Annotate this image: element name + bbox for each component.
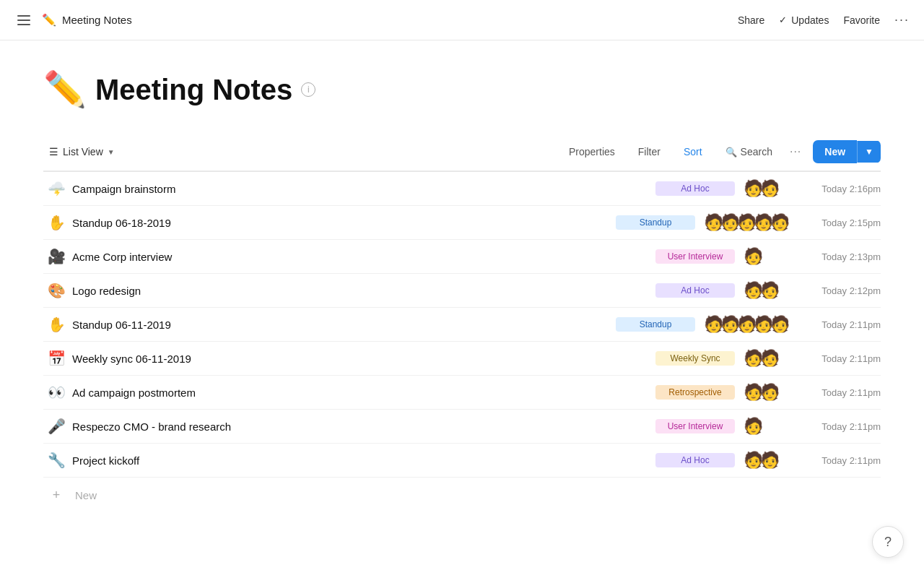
sort-button[interactable]: Sort (678, 142, 708, 161)
item-time: Today 2:15pm (801, 217, 881, 228)
topbar-emoji: ✏️ (42, 13, 56, 27)
main-content: ✏️ Meeting Notes i ☰ List View ▼ Propert… (0, 40, 924, 527)
topbar: ✏️ Meeting Notes Share ✓ Updates Favorit… (0, 0, 924, 40)
more-options-button[interactable]: ··· (894, 12, 910, 27)
item-meta: Standup 🧑 🧑 🧑 🧑 🧑 Today 2:15pm (606, 213, 881, 232)
item-emoji: 🎨 (43, 282, 69, 299)
new-button-group: New ▼ (813, 140, 881, 163)
item-title: Respeczo CMO - brand research (69, 420, 606, 433)
meeting-notes-list: 🌩️ Campaign brainstorm Ad Hoc 🧑 🧑 Today … (43, 172, 881, 513)
item-meta: Ad Hoc 🧑 🧑 Today 2:12pm (606, 281, 881, 300)
topbar-right: Share ✓ Updates Favorite ··· (738, 12, 910, 27)
item-time: Today 2:11pm (801, 387, 881, 398)
share-button[interactable]: Share (738, 14, 764, 26)
add-new-row[interactable]: + New (43, 478, 881, 513)
toolbar-left: ☰ List View ▼ (43, 142, 121, 161)
item-emoji: 🌩️ (43, 180, 69, 197)
toolbar-right: Properties Filter Sort 🔍 Search ··· New … (563, 140, 881, 163)
info-icon[interactable]: i (301, 82, 315, 97)
list-item[interactable]: 🔧 Project kickoff Ad Hoc 🧑 🧑 Today 2:11p… (43, 444, 881, 478)
search-button[interactable]: 🔍 Search (720, 142, 778, 161)
chevron-down-icon: ▼ (865, 147, 873, 157)
hamburger-menu[interactable] (14, 12, 33, 28)
item-meta: User Interview 🧑 Today 2:13pm (606, 247, 881, 266)
item-meta: User Interview 🧑 Today 2:11pm (606, 417, 881, 436)
list-view-icon: ☰ (49, 146, 58, 158)
updates-button[interactable]: ✓ Updates (779, 14, 829, 26)
item-meta: Standup 🧑 🧑 🧑 🧑 🧑 Today 2:11pm (606, 315, 881, 334)
filter-button[interactable]: Filter (632, 142, 666, 161)
list-item[interactable]: 👀 Ad campaign postmortem Retrospective 🧑… (43, 376, 881, 410)
search-icon: 🔍 (725, 147, 737, 158)
topbar-left: ✏️ Meeting Notes (14, 12, 132, 28)
item-title: Project kickoff (69, 454, 606, 467)
item-time: Today 2:11pm (801, 421, 881, 432)
item-tag: User Interview (655, 249, 735, 264)
new-button[interactable]: New (813, 140, 857, 163)
item-emoji: 🔧 (43, 452, 69, 469)
new-button-chevron[interactable]: ▼ (857, 141, 881, 163)
new-row-label: New (75, 489, 97, 501)
item-tag: Ad Hoc (655, 283, 735, 298)
item-avatars: 🧑 🧑 (746, 383, 790, 402)
item-avatars: 🧑 🧑 (746, 179, 790, 198)
item-avatars: 🧑 🧑 🧑 🧑 🧑 (707, 213, 790, 232)
toolbar-more-button[interactable]: ··· (790, 145, 801, 158)
item-time: Today 2:13pm (801, 251, 881, 262)
page-title: Meeting Notes (95, 74, 292, 106)
item-time: Today 2:12pm (801, 285, 881, 296)
item-meta: Ad Hoc 🧑 🧑 Today 2:11pm (606, 451, 881, 470)
item-avatars: 🧑 🧑 (746, 451, 790, 470)
item-meta: Retrospective 🧑 🧑 Today 2:11pm (606, 383, 881, 402)
item-emoji: 👀 (43, 384, 69, 401)
item-emoji: 📅 (43, 350, 69, 367)
item-tag: Ad Hoc (655, 453, 735, 467)
item-emoji: ✋ (43, 214, 69, 231)
item-title: Logo redesign (69, 285, 606, 297)
item-avatars: 🧑 (746, 247, 790, 266)
item-avatars: 🧑 🧑 (746, 281, 790, 300)
properties-button[interactable]: Properties (563, 142, 621, 161)
item-title: Standup 06-11-2019 (69, 319, 606, 331)
topbar-title: ✏️ Meeting Notes (42, 13, 132, 27)
item-title: Campaign brainstorm (69, 183, 606, 195)
help-button[interactable]: ? (872, 526, 904, 558)
topbar-title-text: Meeting Notes (62, 14, 132, 26)
list-item[interactable]: ✋ Standup 06-18-2019 Standup 🧑 🧑 🧑 🧑 🧑 T… (43, 206, 881, 240)
list-item[interactable]: 🎥 Acme Corp interview User Interview 🧑 T… (43, 240, 881, 274)
item-time: Today 2:11pm (801, 319, 881, 330)
list-view-button[interactable]: ☰ List View ▼ (43, 142, 121, 161)
item-emoji: 🎥 (43, 248, 69, 265)
list-view-label: List View (63, 146, 103, 158)
list-item[interactable]: 🌩️ Campaign brainstorm Ad Hoc 🧑 🧑 Today … (43, 172, 881, 206)
item-tag: Standup (616, 317, 695, 332)
item-emoji: 🎤 (43, 418, 69, 435)
item-tag: Ad Hoc (655, 181, 735, 196)
item-time: Today 2:16pm (801, 184, 881, 194)
item-tag: Weekly Sync (655, 351, 735, 366)
item-time: Today 2:11pm (801, 455, 881, 466)
list-item[interactable]: 📅 Weekly sync 06-11-2019 Weekly Sync 🧑 🧑… (43, 342, 881, 376)
list-item[interactable]: 🎨 Logo redesign Ad Hoc 🧑 🧑 Today 2:12pm (43, 274, 881, 308)
plus-icon: + (43, 488, 69, 503)
item-title: Weekly sync 06-11-2019 (69, 353, 606, 365)
item-avatars: 🧑 🧑 🧑 🧑 🧑 (707, 315, 790, 334)
item-title: Standup 06-18-2019 (69, 217, 606, 229)
list-item[interactable]: ✋ Standup 06-11-2019 Standup 🧑 🧑 🧑 🧑 🧑 T… (43, 308, 881, 342)
list-item[interactable]: 🎤 Respeczo CMO - brand research User Int… (43, 410, 881, 444)
toolbar: ☰ List View ▼ Properties Filter Sort 🔍 S… (43, 133, 881, 172)
item-time: Today 2:11pm (801, 353, 881, 364)
item-title: Ad campaign postmortem (69, 387, 606, 399)
item-tag: User Interview (655, 419, 735, 434)
item-meta: Ad Hoc 🧑 🧑 Today 2:16pm (606, 179, 881, 198)
favorite-button[interactable]: Favorite (843, 14, 880, 26)
item-avatars: 🧑 (746, 417, 790, 436)
chevron-down-icon: ▼ (108, 148, 115, 156)
item-tag: Retrospective (655, 385, 735, 400)
page-title-row: ✏️ Meeting Notes i (43, 69, 881, 110)
item-meta: Weekly Sync 🧑 🧑 Today 2:11pm (606, 349, 881, 368)
item-emoji: ✋ (43, 316, 69, 333)
item-title: Acme Corp interview (69, 251, 606, 263)
item-tag: Standup (616, 215, 695, 230)
page-title-emoji: ✏️ (43, 69, 87, 110)
